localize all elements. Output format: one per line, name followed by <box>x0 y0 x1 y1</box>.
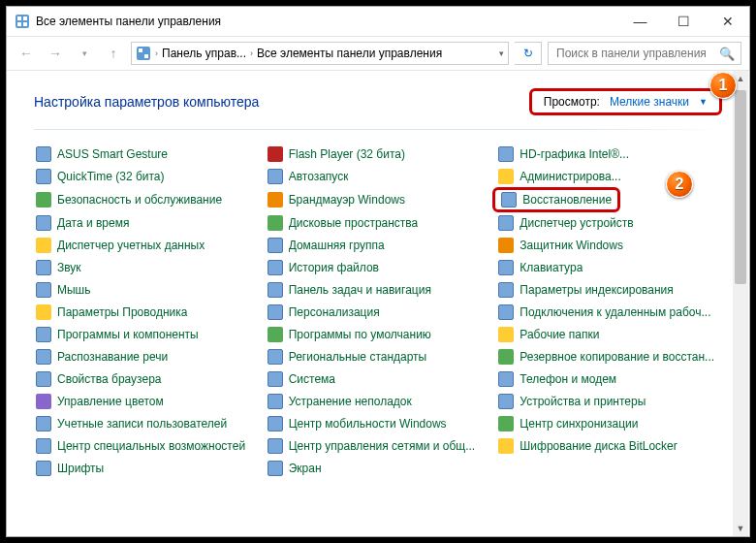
breadcrumb-part[interactable]: Панель управ... <box>162 47 246 60</box>
quicktime-icon <box>36 169 51 184</box>
up-button[interactable]: ↑ <box>102 42 125 65</box>
cp-item-default-programs[interactable]: Программы по умолчанию <box>266 326 491 343</box>
back-button[interactable]: ← <box>15 42 38 65</box>
control-panel-icon <box>136 46 151 61</box>
cp-item-taskbar[interactable]: Панель задач и навигация <box>266 281 491 299</box>
cp-item-file-history[interactable]: История файлов <box>266 259 491 276</box>
backup-icon <box>498 349 514 365</box>
cp-item-backup[interactable]: Резервное копирование и восстан... <box>496 348 722 366</box>
cp-item-keyboard[interactable]: Клавиатура <box>496 259 722 276</box>
cp-item-user-accounts[interactable]: Учетные записи пользователей <box>34 415 260 432</box>
cp-item-recovery[interactable]: Восстановление <box>492 187 620 212</box>
address-bar[interactable]: › Панель управ... › Все элементы панели … <box>131 42 509 65</box>
cp-item-network-center[interactable]: Центр управления сетями и общ... <box>266 437 491 455</box>
cp-item-intel-hd[interactable]: HD-графика Intel®... <box>496 145 722 163</box>
personalization-icon <box>268 304 283 320</box>
cp-item-date-time[interactable]: Дата и время <box>34 214 260 232</box>
search-input[interactable] <box>554 46 719 61</box>
callout-badge-2: 2 <box>666 171 693 198</box>
cp-item-device-manager[interactable]: Диспетчер устройств <box>496 214 722 232</box>
cp-item-system[interactable]: Система <box>266 370 491 388</box>
cp-item-remote-desktop[interactable]: Подключения к удаленным рабоч... <box>496 303 722 321</box>
content-area: Настройка параметров компьютера Просмотр… <box>7 71 749 536</box>
close-button[interactable]: ✕ <box>706 7 749 36</box>
clock-icon <box>36 215 51 231</box>
cp-item-internet-options[interactable]: Свойства браузера <box>34 370 260 388</box>
firewall-icon <box>268 192 283 208</box>
cp-item-sound[interactable]: Звук <box>34 259 260 276</box>
programs-icon <box>36 327 51 342</box>
breadcrumb-part[interactable]: Все элементы панели управления <box>257 47 442 60</box>
chevron-right-icon: › <box>250 48 253 58</box>
flash-icon <box>268 146 283 162</box>
search-box[interactable]: 🔍 <box>548 42 741 65</box>
cp-item-homegroup[interactable]: Домашняя группа <box>266 237 491 254</box>
intel-icon <box>498 146 514 162</box>
cp-item-defender[interactable]: Защитник Windows <box>496 237 722 254</box>
cp-item-phone-modem[interactable]: Телефон и модем <box>496 370 722 388</box>
cp-item-color-management[interactable]: Управление цветом <box>34 393 260 410</box>
gesture-icon <box>36 146 51 162</box>
cp-item-quicktime[interactable]: QuickTime (32 бита) <box>34 168 260 185</box>
sync-icon <box>498 416 514 431</box>
cp-item-region[interactable]: Региональные стандарты <box>266 348 491 366</box>
credential-icon <box>36 238 51 253</box>
cp-item-personalization[interactable]: Персонализация <box>266 303 491 321</box>
breadcrumb-dropdown[interactable]: ▾ <box>499 48 504 58</box>
navbar: ← → ▾ ↑ › Панель управ... › Все элементы… <box>7 36 749 71</box>
cp-item-ease-of-access[interactable]: Центр специальных возможностей <box>34 437 260 455</box>
cp-item-explorer-options[interactable]: Параметры Проводника <box>34 303 260 321</box>
cp-item-security[interactable]: Безопасность и обслуживание <box>34 190 260 209</box>
printer-icon <box>498 394 514 409</box>
svg-rect-1 <box>17 16 21 20</box>
history-dropdown[interactable]: ▾ <box>73 42 96 65</box>
cp-item-autoplay[interactable]: Автозапуск <box>266 168 491 185</box>
taskbar-icon <box>268 282 283 298</box>
internet-icon <box>36 371 51 387</box>
page-heading: Настройка параметров компьютера <box>34 94 529 110</box>
mobility-icon <box>268 416 283 431</box>
cp-item-speech[interactable]: Распознавание речи <box>34 348 260 366</box>
scrollbar-thumb[interactable] <box>735 90 746 284</box>
default-icon <box>268 327 283 342</box>
forward-button[interactable]: → <box>44 42 67 65</box>
cp-item-asus-smart-gesture[interactable]: ASUS Smart Gesture <box>34 145 260 163</box>
system-icon <box>268 371 283 387</box>
svg-rect-3 <box>17 22 21 26</box>
disk-icon <box>268 215 283 231</box>
view-selector[interactable]: Просмотр: Мелкие значки ▼ 1 <box>529 88 722 115</box>
svg-rect-2 <box>23 16 27 20</box>
cp-item-fonts[interactable]: Шрифты <box>34 460 260 477</box>
scroll-down-arrow-icon[interactable]: ▼ <box>733 521 748 536</box>
cp-item-work-folders[interactable]: Рабочие папки <box>496 326 722 343</box>
region-icon <box>268 349 283 365</box>
fonts-icon <box>36 461 51 476</box>
svg-rect-7 <box>144 54 148 58</box>
cp-item-storage-spaces[interactable]: Дисковые пространства <box>266 214 491 232</box>
cp-item-devices-printers[interactable]: Устройства и принтеры <box>496 393 722 410</box>
color-icon <box>36 394 51 409</box>
cp-item-flash-player[interactable]: Flash Player (32 бита) <box>266 145 491 163</box>
cp-item-mobility-center[interactable]: Центр мобильности Windows <box>266 415 491 432</box>
cp-item-troubleshooting[interactable]: Устранение неполадок <box>266 393 491 410</box>
admin-icon <box>498 169 514 184</box>
maximize-button[interactable]: ☐ <box>662 7 706 36</box>
cp-item-programs[interactable]: Программы и компоненты <box>34 326 260 343</box>
autoplay-icon <box>268 169 283 184</box>
svg-rect-4 <box>23 22 27 26</box>
cp-item-mouse[interactable]: Мышь <box>34 281 260 299</box>
cp-item-sync-center[interactable]: Центр синхронизации <box>496 415 722 432</box>
window-controls: — ☐ ✕ <box>618 7 749 36</box>
cp-item-bitlocker[interactable]: Шифрование диска BitLocker <box>496 437 722 455</box>
refresh-button[interactable]: ↻ <box>515 42 542 65</box>
minimize-button[interactable]: — <box>618 7 662 36</box>
cp-item-indexing[interactable]: Параметры индексирования <box>496 281 722 299</box>
search-icon: 🔍 <box>719 47 735 61</box>
cp-item-firewall[interactable]: Брандмауэр Windows <box>266 190 491 209</box>
vertical-scrollbar[interactable]: ▲ ▼ <box>733 71 748 536</box>
ease-icon <box>36 438 51 454</box>
view-label: Просмотр: <box>544 95 600 109</box>
cp-item-display[interactable]: Экран <box>266 460 491 477</box>
cp-item-credential-manager[interactable]: Диспетчер учетных данных <box>34 237 260 254</box>
chevron-right-icon: › <box>155 48 158 58</box>
